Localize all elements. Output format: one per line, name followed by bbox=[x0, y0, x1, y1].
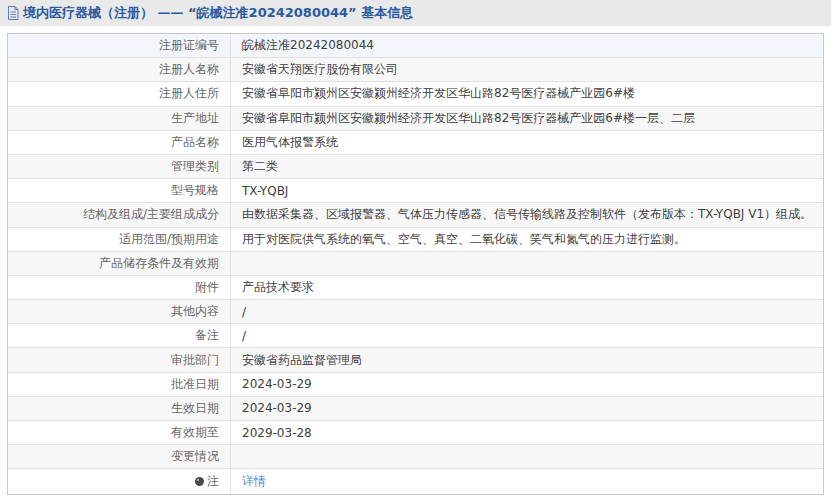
row-value: 医用气体报警系统 bbox=[231, 131, 823, 154]
row-value: 第二类 bbox=[231, 155, 823, 178]
row-value: 2029-03-28 bbox=[231, 421, 823, 444]
row-label: 变更情况 bbox=[8, 445, 231, 468]
table-row: 型号规格 TX-YQBJ bbox=[8, 179, 823, 203]
row-label-note: 注 bbox=[8, 469, 231, 493]
registration-info-table: 注册证编号 皖械注准20242080044 注册人名称 安徽省天翔医疗股份有限公… bbox=[7, 33, 824, 495]
row-label: 注册人住所 bbox=[8, 82, 231, 105]
table-row: 注册人名称 安徽省天翔医疗股份有限公司 bbox=[8, 58, 823, 82]
table-row: 产品名称 医用气体报警系统 bbox=[8, 131, 823, 155]
row-value: 用于对医院供气系统的氧气、空气、真空、二氧化碳、笑气和氮气的压力进行监测。 bbox=[231, 228, 823, 251]
row-label: 生效日期 bbox=[8, 397, 231, 420]
row-value: 由数据采集器、区域报警器、气体压力传感器、信号传输线路及控制软件（发布版本：TX… bbox=[231, 203, 823, 226]
bulb-icon bbox=[195, 477, 204, 486]
note-label: 注 bbox=[207, 473, 219, 490]
table-row: 注 详情 bbox=[8, 469, 823, 493]
row-value bbox=[231, 445, 823, 468]
row-value: / bbox=[231, 324, 823, 347]
row-value: 2024-03-29 bbox=[231, 397, 823, 420]
table-row: 变更情况 bbox=[8, 445, 823, 469]
row-label: 型号规格 bbox=[8, 179, 231, 202]
row-value: 详情 bbox=[231, 469, 823, 493]
table-row: 有效期至 2029-03-28 bbox=[8, 421, 823, 445]
table-row: 生效日期 2024-03-29 bbox=[8, 397, 823, 421]
row-value: 安徽省药品监督管理局 bbox=[231, 348, 823, 371]
row-label: 有效期至 bbox=[8, 421, 231, 444]
row-label: 结构及组成/主要组成成分 bbox=[8, 203, 231, 226]
table-row: 产品储存条件及有效期 bbox=[8, 252, 823, 276]
row-label: 审批部门 bbox=[8, 348, 231, 371]
row-label: 附件 bbox=[8, 276, 231, 299]
table-row: 其他内容 / bbox=[8, 300, 823, 324]
row-label: 产品储存条件及有效期 bbox=[8, 252, 231, 275]
table-row: 附件 产品技术要求 bbox=[8, 276, 823, 300]
table-row: 批准日期 2024-03-29 bbox=[8, 373, 823, 397]
row-value: 安徽省阜阳市颍州区安徽颍州经济开发区华山路82号医疗器械产业园6#楼 bbox=[231, 82, 823, 105]
page-title: 境内医疗器械（注册） —— “皖械注准20242080044” 基本信息 bbox=[23, 4, 413, 22]
detail-link[interactable]: 详情 bbox=[242, 473, 266, 490]
row-label: 产品名称 bbox=[8, 131, 231, 154]
row-value: 皖械注准20242080044 bbox=[231, 34, 823, 57]
row-value: 产品技术要求 bbox=[231, 276, 823, 299]
row-value: TX-YQBJ bbox=[231, 179, 823, 202]
table-row: 生产地址 安徽省阜阳市颍州区安徽颍州经济开发区华山路82号医疗器械产业园6#楼一… bbox=[8, 107, 823, 131]
row-value: 安徽省阜阳市颍州区安徽颍州经济开发区华山路82号医疗器械产业园6#楼一层、二层 bbox=[231, 107, 823, 130]
table-row: 备注 / bbox=[8, 324, 823, 348]
row-label: 适用范围/预期用途 bbox=[8, 228, 231, 251]
row-value: 安徽省天翔医疗股份有限公司 bbox=[231, 58, 823, 81]
row-value bbox=[231, 252, 823, 275]
row-label: 备注 bbox=[8, 324, 231, 347]
row-label: 管理类别 bbox=[8, 155, 231, 178]
row-value: 2024-03-29 bbox=[231, 373, 823, 396]
row-label: 批准日期 bbox=[8, 373, 231, 396]
table-row: 结构及组成/主要组成成分 由数据采集器、区域报警器、气体压力传感器、信号传输线路… bbox=[8, 203, 823, 227]
table-row: 管理类别 第二类 bbox=[8, 155, 823, 179]
row-label: 生产地址 bbox=[8, 107, 231, 130]
document-icon bbox=[7, 6, 19, 20]
row-value: / bbox=[231, 300, 823, 323]
table-row: 注册人住所 安徽省阜阳市颍州区安徽颍州经济开发区华山路82号医疗器械产业园6#楼 bbox=[8, 82, 823, 106]
table-row: 注册证编号 皖械注准20242080044 bbox=[8, 34, 823, 58]
row-label: 其他内容 bbox=[8, 300, 231, 323]
table-row: 审批部门 安徽省药品监督管理局 bbox=[8, 348, 823, 372]
page-header: 境内医疗器械（注册） —— “皖械注准20242080044” 基本信息 bbox=[0, 0, 831, 26]
row-label: 注册人名称 bbox=[8, 58, 231, 81]
row-label: 注册证编号 bbox=[8, 34, 231, 57]
table-row: 适用范围/预期用途 用于对医院供气系统的氧气、空气、真空、二氧化碳、笑气和氮气的… bbox=[8, 228, 823, 252]
